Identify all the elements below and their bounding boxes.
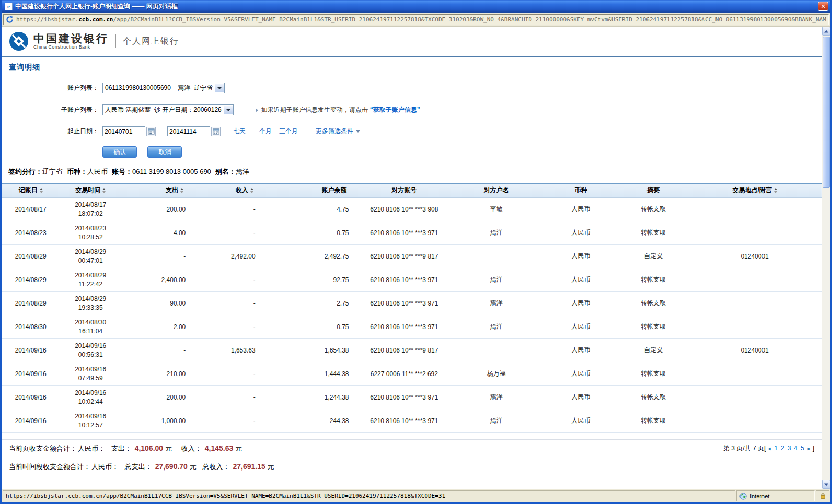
cell-inflow: - (195, 268, 264, 291)
column-header-9[interactable]: 交易地点/附言 (688, 183, 822, 197)
scrollbar-thumb[interactable] (823, 37, 830, 188)
page-summary-text: 当前页收支金额合计：人民币： 支出：4,106.00元 收入：4,145.63元 (9, 444, 242, 453)
cell-post-date: 2014/08/30 (2, 315, 60, 338)
table-row: 2014/09/162014/09/1610:12:571,000.00-244… (2, 409, 822, 432)
page-link-1[interactable]: 1 (774, 444, 778, 452)
cell-summary: 转帐支取 (619, 268, 688, 291)
sort-arrows-icon (40, 188, 43, 193)
page-link-3[interactable]: 3 (788, 444, 791, 452)
column-header-3[interactable]: 收入 (195, 183, 264, 197)
cell-outflow: 90.00 (121, 291, 195, 315)
cell-balance: 1,654.38 (265, 338, 359, 362)
cell-post-date: 2014/08/29 (2, 291, 60, 315)
cell-balance: 1,244.38 (265, 385, 359, 409)
cell-currency: 人民币 (543, 221, 619, 244)
hint-text: 如果近期子账户信息发生变动，请点击 (261, 106, 368, 114)
page-body: 中国建设银行 China Construction Bank 个人网上银行 查询… (2, 27, 822, 489)
confirm-button[interactable]: 确认 (102, 146, 137, 158)
account-info-segment: 签约分行：辽宁省 (8, 168, 63, 175)
cell-balance: 0.75 (265, 221, 359, 244)
ccb-logo-icon (9, 31, 29, 51)
date-from-input[interactable] (102, 126, 145, 136)
cell-counterparty-account: 6210 8106 10** ***3 971 (358, 221, 450, 244)
date-to-input[interactable] (167, 126, 210, 136)
cell-balance: 1,444.38 (265, 362, 359, 385)
fetch-subaccount-link[interactable]: “获取子账户信息” (370, 106, 420, 114)
cell-summary: 转帐支取 (619, 197, 688, 221)
cell-post-date: 2014/08/29 (2, 244, 60, 268)
table-row: 2014/08/302014/08/3016:11:042.00-0.75621… (2, 315, 822, 338)
quick-range-link-1[interactable]: 一个月 (253, 127, 272, 136)
period-outflow-total: 27,690.70 (155, 462, 188, 471)
transactions-table: 记账日交易时间支出收入账户余额对方账号对方户名币种摘要交易地点/附言 2014/… (2, 183, 822, 433)
period-inflow-total: 27,691.15 (233, 462, 265, 471)
cell-txn-time: 2014/08/2310:28:52 (60, 221, 121, 244)
chevron-down-icon (356, 130, 360, 133)
account-info-segment: 账号：0611 3199 8013 0005 690 (112, 168, 211, 175)
column-header-0[interactable]: 记账日 (2, 183, 60, 197)
prev-page-icon[interactable]: ◄ (767, 446, 771, 451)
page-title: 查询明细 (9, 63, 40, 71)
subaccount-select[interactable]: 人民币 活期储蓄 钞 开户日期：20060126 (102, 104, 234, 115)
status-zone-pane: Internet (736, 490, 815, 501)
column-header-2[interactable]: 支出 (121, 183, 195, 197)
cell-outflow: 200.00 (121, 385, 195, 409)
cell-txn-time: 2014/09/1610:12:57 (60, 409, 121, 432)
cell-balance: 92.75 (265, 268, 359, 291)
pagination: 第 3 页/共 7 页[◄12345►] (723, 444, 814, 453)
cell-inflow: 2,492.00 (195, 244, 264, 268)
account-select-value: 0611319980130005690 焉洋 辽宁省 (105, 84, 213, 92)
page-link-4[interactable]: 4 (794, 444, 798, 452)
status-zone-label: Internet (750, 493, 769, 499)
account-list-label: 账户列表： (2, 84, 99, 92)
cell-counterparty-account: 6210 8106 10** ***3 908 (358, 197, 450, 221)
scroll-up-icon[interactable] (822, 27, 830, 36)
status-bar: https://ibsbjstar.ccb.com.cn/app/B2CMain… (2, 489, 830, 502)
cell-txn-time: 2014/08/3016:11:04 (60, 315, 121, 338)
cell-txn-time: 2014/09/1600:56:31 (60, 338, 121, 362)
quick-range-link-2[interactable]: 三个月 (279, 127, 298, 136)
cancel-button[interactable]: 取消 (147, 146, 182, 158)
brand-header: 中国建设银行 China Construction Bank 个人网上银行 (2, 27, 822, 57)
more-filter-link[interactable]: 更多筛选条件 (316, 127, 360, 136)
cell-counterparty-name: 焉洋 (450, 268, 542, 291)
page-link-2[interactable]: 2 (781, 444, 784, 452)
sort-arrows-icon (774, 188, 777, 193)
close-button[interactable]: ✕ (818, 2, 828, 11)
table-row: 2014/08/232014/08/2310:28:524.00-0.75621… (2, 221, 822, 244)
period-summary-row: 当前时间段收支金额合计：人民币： 总支出：27,690.70元 总收入：27,6… (2, 458, 822, 476)
cell-inflow: - (195, 315, 264, 338)
cell-currency: 人民币 (543, 244, 619, 268)
account-info-line: 签约分行：辽宁省币种：人民币账号：0611 3199 8013 0005 690… (2, 163, 822, 181)
calendar-icon[interactable] (211, 127, 221, 136)
cell-balance: 4.75 (265, 197, 359, 221)
brand-name-en: China Construction Bank (33, 44, 109, 50)
column-header-1[interactable]: 交易时间 (60, 183, 121, 197)
cell-counterparty-account: 6210 8106 10** ***3 971 (358, 291, 450, 315)
cell-outflow: 1,000.00 (121, 409, 195, 432)
cell-post-date: 2014/09/16 (2, 409, 60, 432)
brand-name-cn: 中国建设银行 (33, 33, 109, 44)
cell-outflow: 2.00 (121, 315, 195, 338)
globe-icon (739, 493, 747, 500)
dropdown-arrow-icon[interactable] (215, 84, 224, 92)
cell-currency: 人民币 (543, 291, 619, 315)
cell-inflow: - (195, 385, 264, 409)
page-inflow-total: 4,145.63 (205, 444, 234, 452)
cell-inflow: - (195, 291, 264, 315)
cell-place (688, 409, 822, 432)
scroll-down-icon[interactable] (822, 480, 830, 489)
vertical-scrollbar[interactable] (822, 27, 830, 489)
table-row: 2014/08/292014/08/2911:22:422,400.00-92.… (2, 268, 822, 291)
cell-counterparty-name: 焉洋 (450, 221, 542, 244)
cell-counterparty-name: 焉洋 (450, 291, 542, 315)
account-select[interactable]: 0611319980130005690 焉洋 辽宁省 (102, 83, 225, 93)
page-link-5[interactable]: 5 (801, 444, 804, 452)
dialog-page-icon: e (5, 3, 13, 10)
dropdown-arrow-icon[interactable] (224, 106, 233, 114)
quick-range-link-0[interactable]: 七天 (233, 127, 246, 136)
cell-counterparty-account: 6210 8106 10** ***3 971 (358, 385, 450, 409)
cell-place (688, 385, 822, 409)
calendar-icon[interactable] (146, 127, 156, 136)
next-page-icon[interactable]: ► (807, 446, 812, 451)
